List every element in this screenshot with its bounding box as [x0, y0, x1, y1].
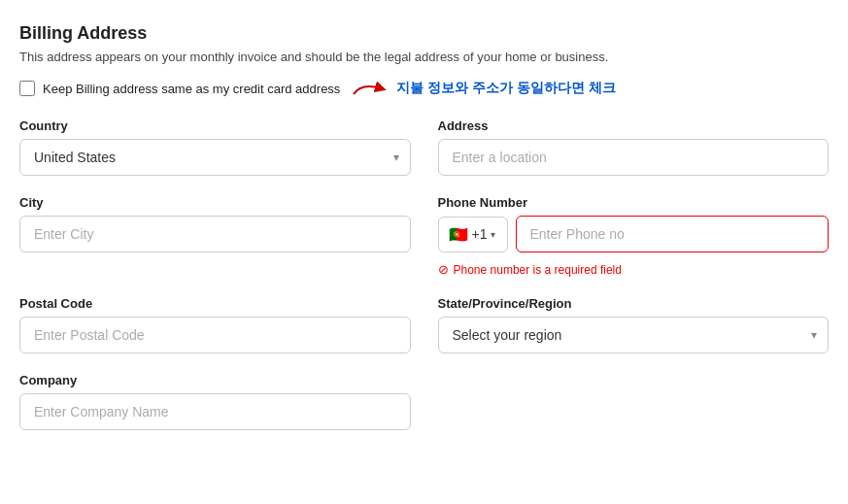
country-label: Country: [19, 118, 411, 133]
postal-code-input[interactable]: [19, 317, 411, 353]
address-label: Address: [438, 118, 830, 133]
city-input[interactable]: [19, 216, 411, 252]
postal-code-group: Postal Code: [19, 296, 411, 353]
company-group: Company: [19, 373, 411, 430]
arrow-annotation: 지불 정보와 주소가 동일하다면 체크: [352, 80, 616, 97]
same-address-label: Keep Billing address same as my credit c…: [43, 82, 340, 96]
region-group: State/Province/Region Select your region…: [438, 296, 830, 353]
phone-label: Phone Number: [438, 195, 830, 210]
phone-prefix-code: +1: [472, 226, 488, 242]
phone-prefix-selector[interactable]: 🇵🇹 +1 ▾: [438, 217, 508, 252]
postal-code-label: Postal Code: [19, 296, 411, 311]
phone-input-wrap: [516, 216, 830, 252]
billing-form: Country United States Canada United King…: [19, 118, 829, 430]
phone-error-message: ⊘ Phone number is a required field: [438, 262, 830, 277]
billing-address-description: This address appears on your monthly inv…: [19, 50, 829, 64]
city-group: City: [19, 195, 411, 277]
phone-row: 🇵🇹 +1 ▾: [438, 216, 830, 252]
phone-error-icon: ⊘: [438, 262, 449, 277]
city-label: City: [19, 195, 411, 210]
address-input[interactable]: [438, 139, 830, 176]
region-select[interactable]: Select your region Alabama Alaska Arizon…: [438, 317, 830, 353]
region-label: State/Province/Region: [438, 296, 830, 311]
country-group: Country United States Canada United King…: [19, 118, 411, 176]
address-group: Address: [438, 118, 830, 176]
billing-address-title: Billing Address: [19, 23, 829, 44]
phone-input[interactable]: [516, 216, 830, 252]
phone-prefix-chevron-icon: ▾: [491, 229, 495, 240]
company-label: Company: [19, 373, 411, 387]
phone-group: Phone Number 🇵🇹 +1 ▾ ⊘ Phone number is a…: [438, 195, 830, 277]
same-address-checkbox[interactable]: [19, 81, 35, 96]
same-address-row: Keep Billing address same as my credit c…: [19, 80, 829, 97]
region-select-wrapper: Select your region Alabama Alaska Arizon…: [438, 317, 830, 353]
phone-error-text: Phone number is a required field: [454, 263, 622, 277]
country-select[interactable]: United States Canada United Kingdom Aust…: [19, 139, 411, 176]
company-input[interactable]: [19, 393, 411, 430]
arrow-icon: [352, 81, 390, 96]
korean-annotation: 지불 정보와 주소가 동일하다면 체크: [396, 80, 616, 97]
phone-flag-icon: 🇵🇹: [449, 225, 468, 244]
country-select-wrapper: United States Canada United Kingdom Aust…: [19, 139, 411, 176]
